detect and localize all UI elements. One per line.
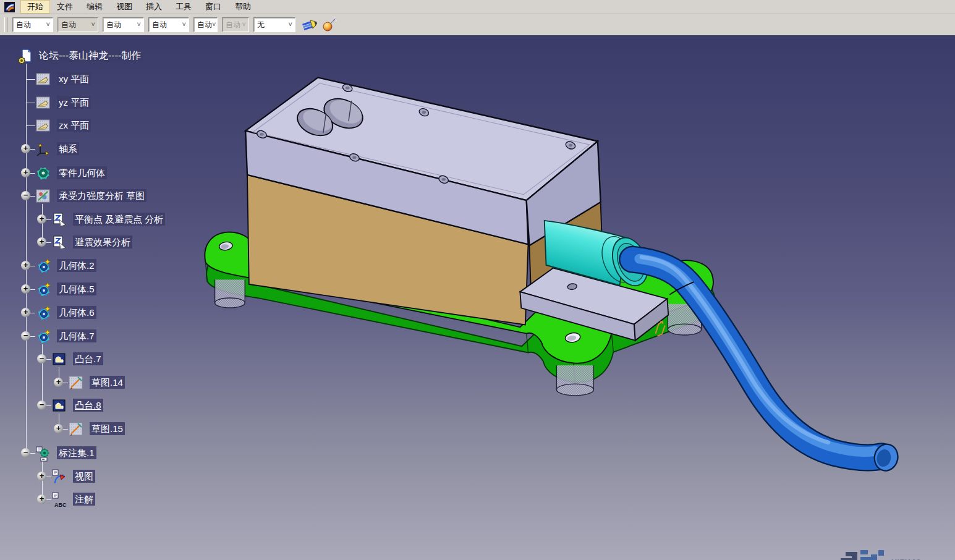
tree-item-label[interactable]: 草图.14 <box>90 376 125 389</box>
graphic-property-combo[interactable]: 自动 ˅ <box>103 17 144 32</box>
tree-item-label[interactable]: 平衡点 及避震点 分析 <box>73 213 165 226</box>
menu-item[interactable]: 视图 <box>109 0 139 14</box>
viewport-3d[interactable]: 论坛---泰山神龙----制作 xy 平面 yz 平面 zx 平面 + 轴系 +… <box>0 35 955 560</box>
graphic-property-combo[interactable]: 自动 ˅ <box>193 17 218 32</box>
chevron-down-icon[interactable]: ˅ <box>91 20 98 29</box>
tree-item-label[interactable]: 几何体.2 <box>57 259 96 272</box>
analysis-icon[interactable] <box>52 212 67 227</box>
part-icon[interactable] <box>17 48 32 63</box>
tree-expander-plus[interactable]: + <box>37 237 46 247</box>
plane-icon[interactable] <box>36 72 51 87</box>
tree-expander-minus[interactable]: − <box>37 354 46 363</box>
toolbar: 自动 ˅ 自动 ˅ 自动 ˅ 自动 ˅ 自动 ˅ 自动 ˅ 无 ˅ <box>0 14 955 36</box>
graphic-property-combo[interactable]: 自动 ˅ <box>12 17 53 32</box>
tree-connector <box>26 125 35 126</box>
svg-text:ABC: ABC <box>54 502 67 508</box>
body-icon[interactable] <box>36 258 51 273</box>
tree-expander-minus[interactable]: − <box>21 448 30 457</box>
tree-item-label[interactable]: zx 平面 <box>57 119 91 132</box>
chevron-down-icon[interactable]: ˅ <box>242 20 248 29</box>
menu-item[interactable]: 编辑 <box>80 0 109 14</box>
app-icon[interactable] <box>4 2 15 12</box>
tree-item-label[interactable]: 凸台.8 <box>73 399 103 412</box>
chevron-down-icon[interactable]: ˅ <box>212 20 218 29</box>
pad-icon[interactable] <box>52 398 67 413</box>
menu-item[interactable]: 文件 <box>50 0 80 14</box>
graphic-property-combo[interactable]: 自动 ˅ <box>222 17 249 32</box>
graphic-properties-combos: 自动 ˅ 自动 ˅ 自动 ˅ 自动 ˅ 自动 ˅ 自动 ˅ 无 ˅ <box>12 17 300 32</box>
tree-item-label[interactable]: 草图.15 <box>90 422 125 435</box>
tree-expander-plus[interactable]: + <box>21 284 30 294</box>
menu-item[interactable]: 插入 <box>139 0 169 14</box>
abc-icon[interactable]: ABC <box>52 492 67 507</box>
tree-expander-plus[interactable]: + <box>54 378 63 387</box>
tree-expander-plus[interactable]: + <box>37 472 46 481</box>
tree-item-label[interactable]: 轴系 <box>57 142 79 155</box>
menu-item[interactable]: 帮助 <box>228 0 258 14</box>
tree-item-label[interactable]: 注解 <box>73 493 95 506</box>
tree-item-label[interactable]: yz 平面 <box>57 96 91 109</box>
annotset-icon[interactable] <box>36 446 51 460</box>
chevron-down-icon[interactable]: ˅ <box>137 20 143 29</box>
tree-connector <box>26 103 35 103</box>
tree-item-label[interactable]: 几何体.7 <box>57 329 96 342</box>
tree-item-label[interactable]: 几何体.5 <box>57 282 96 295</box>
tree-item-label[interactable]: 视图 <box>73 470 95 483</box>
tree-expander-plus[interactable]: + <box>37 494 46 504</box>
graphic-property-combo[interactable]: 无 ˅ <box>253 17 295 32</box>
tree-expander-minus[interactable]: − <box>37 401 46 410</box>
combo-value: 自动 <box>103 20 121 30</box>
tree-item-label[interactable]: 标注集.1 <box>57 446 96 459</box>
watermark: HIFI168.com 发烧网 <box>841 549 947 560</box>
menu-item[interactable]: 窗口 <box>198 0 228 14</box>
body-icon[interactable] <box>36 282 51 297</box>
menu-items: 开始文件编辑视图插入工具窗口帮助 <box>20 0 258 14</box>
body-icon[interactable] <box>36 305 51 320</box>
chevron-down-icon[interactable]: ˅ <box>182 20 189 29</box>
menu-item[interactable]: 开始 <box>20 0 50 14</box>
view-icon[interactable] <box>52 469 67 484</box>
combo-value: 自动 <box>58 20 76 30</box>
axis-icon[interactable] <box>36 142 51 156</box>
combo-value: 自动 <box>149 20 167 30</box>
plane-icon[interactable] <box>36 95 51 110</box>
tree-expander-plus[interactable]: + <box>21 261 30 270</box>
toolbar-grip[interactable] <box>4 17 7 32</box>
tree-expander-plus[interactable]: + <box>37 214 46 224</box>
chevron-down-icon[interactable]: ˅ <box>289 20 295 29</box>
chevron-down-icon[interactable]: ˅ <box>46 20 53 29</box>
tree-item-label[interactable]: 论坛---泰山神龙----制作 <box>37 49 143 62</box>
tree-connector <box>26 64 27 453</box>
menu-item[interactable]: 工具 <box>169 0 198 14</box>
tree-item-label[interactable]: 凸台.7 <box>73 352 103 365</box>
pad-icon[interactable] <box>52 352 67 367</box>
watermark-text: HIFI168.com 发烧网 <box>891 549 947 560</box>
tree-item-label[interactable]: 零件几何体 <box>57 166 107 179</box>
sketch-icon[interactable] <box>69 422 83 436</box>
tree-item-label[interactable]: 几何体.6 <box>57 306 96 319</box>
tree-expander-minus[interactable]: − <box>21 331 30 341</box>
catia-logo-icon <box>4 2 15 12</box>
combo-value: 自动 <box>223 20 240 30</box>
tree-item-label[interactable]: xy 平面 <box>57 72 91 85</box>
tree-expander-plus[interactable]: + <box>54 424 63 433</box>
tree-expander-plus[interactable]: + <box>21 168 30 177</box>
partbody-icon[interactable] <box>36 166 51 180</box>
tree-item-label[interactable]: 避震效果分析 <box>73 235 132 248</box>
plane-icon[interactable] <box>36 118 51 133</box>
tree-item-label[interactable]: 承受力强度分析 草图 <box>57 189 146 202</box>
sketch-icon[interactable] <box>69 375 83 390</box>
sketchmix-icon[interactable] <box>36 189 51 203</box>
material-wand-icon[interactable] <box>321 17 337 33</box>
combo-value: 自动 <box>13 20 31 30</box>
paint-brush-icon[interactable] <box>302 17 318 33</box>
watermark-logo-icon <box>841 549 888 560</box>
tree-connector <box>26 79 35 80</box>
tree-expander-plus[interactable]: + <box>21 144 30 153</box>
analysis-icon[interactable] <box>52 235 67 250</box>
body-icon[interactable] <box>36 329 51 344</box>
tree-expander-minus[interactable]: − <box>21 191 30 200</box>
graphic-property-combo[interactable]: 自动 ˅ <box>57 17 98 32</box>
tree-expander-plus[interactable]: + <box>21 308 30 317</box>
graphic-property-combo[interactable]: 自动 ˅ <box>148 17 189 32</box>
